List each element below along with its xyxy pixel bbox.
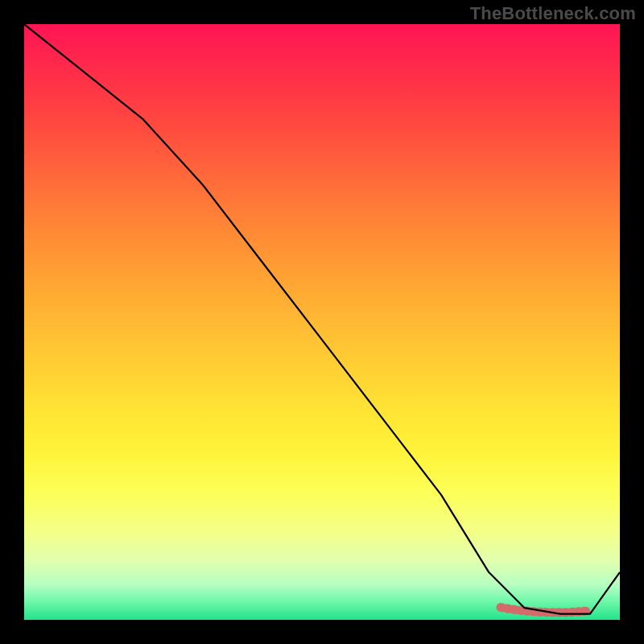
watermark-label: TheBottleneck.com [470, 3, 636, 24]
curve-layer [24, 24, 620, 620]
plot-area [24, 24, 620, 620]
bottleneck-curve [24, 24, 620, 614]
chart-frame: TheBottleneck.com [0, 0, 644, 644]
